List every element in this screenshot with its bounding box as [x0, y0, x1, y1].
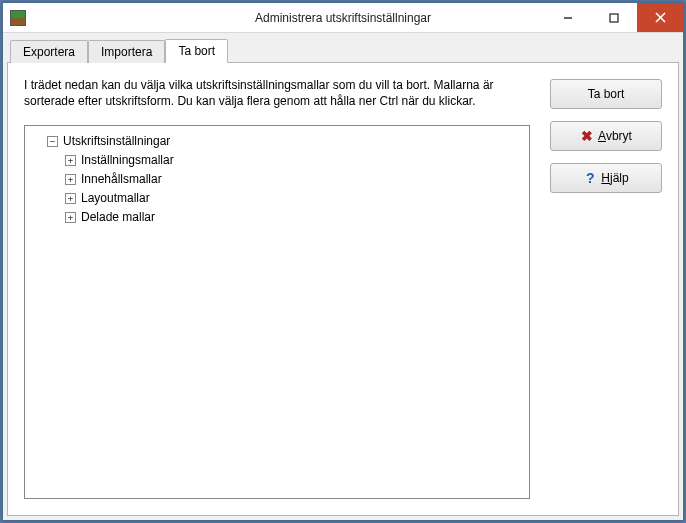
- svg-rect-1: [610, 14, 618, 22]
- tree-label: Layoutmallar: [81, 189, 150, 208]
- tab-export[interactable]: Exportera: [10, 40, 88, 63]
- expand-icon[interactable]: [65, 193, 76, 204]
- help-question-icon: ?: [583, 171, 597, 185]
- minimize-icon: [563, 13, 573, 23]
- tab-delete[interactable]: Ta bort: [165, 39, 228, 63]
- tree-label: Innehållsmallar: [81, 170, 162, 189]
- cancel-x-icon: ✖: [580, 129, 594, 143]
- tree-label-root: Utskriftsinställningar: [63, 132, 170, 151]
- maximize-icon: [609, 13, 619, 23]
- maximize-button[interactable]: [591, 3, 637, 32]
- minimize-button[interactable]: [545, 3, 591, 32]
- close-button[interactable]: [637, 3, 683, 32]
- expand-icon[interactable]: [65, 155, 76, 166]
- window: Administrera utskriftsinställningar Expo…: [2, 2, 684, 521]
- tree-node-layoutmallar[interactable]: Layoutmallar: [65, 189, 525, 208]
- app-icon: [10, 10, 26, 26]
- client-area: Exportera Importera Ta bort I trädet ned…: [3, 33, 683, 520]
- tree-node-innehallsmallar[interactable]: Innehållsmallar: [65, 170, 525, 189]
- description-text: I trädet nedan kan du välja vilka utskri…: [24, 77, 530, 109]
- template-tree[interactable]: Utskriftsinställningar Inställningsmalla…: [24, 125, 530, 499]
- help-button[interactable]: ? Hjälp: [550, 163, 662, 193]
- tree-node-delade-mallar[interactable]: Delade mallar: [65, 208, 525, 227]
- tree-label: Inställningsmallar: [81, 151, 174, 170]
- titlebar: Administrera utskriftsinställningar: [3, 3, 683, 33]
- window-controls: [545, 3, 683, 32]
- tree-node-installningsmallar[interactable]: Inställningsmallar: [65, 151, 525, 170]
- expand-icon[interactable]: [65, 212, 76, 223]
- cancel-button[interactable]: ✖ Avbryt: [550, 121, 662, 151]
- button-column: Ta bort ✖ Avbryt ? Hjälp: [550, 77, 662, 499]
- tree-label: Delade mallar: [81, 208, 155, 227]
- cancel-button-label: Avbryt: [598, 129, 632, 143]
- expand-icon[interactable]: [65, 174, 76, 185]
- help-button-label: Hjälp: [601, 171, 628, 185]
- delete-button-label: Ta bort: [588, 87, 625, 101]
- delete-button[interactable]: Ta bort: [550, 79, 662, 109]
- tree-node-root[interactable]: Utskriftsinställningar: [47, 132, 525, 151]
- tab-panel-delete: I trädet nedan kan du välja vilka utskri…: [7, 62, 679, 516]
- collapse-icon[interactable]: [47, 136, 58, 147]
- tabstrip: Exportera Importera Ta bort: [7, 39, 679, 63]
- close-icon: [655, 12, 666, 23]
- tab-import[interactable]: Importera: [88, 40, 165, 63]
